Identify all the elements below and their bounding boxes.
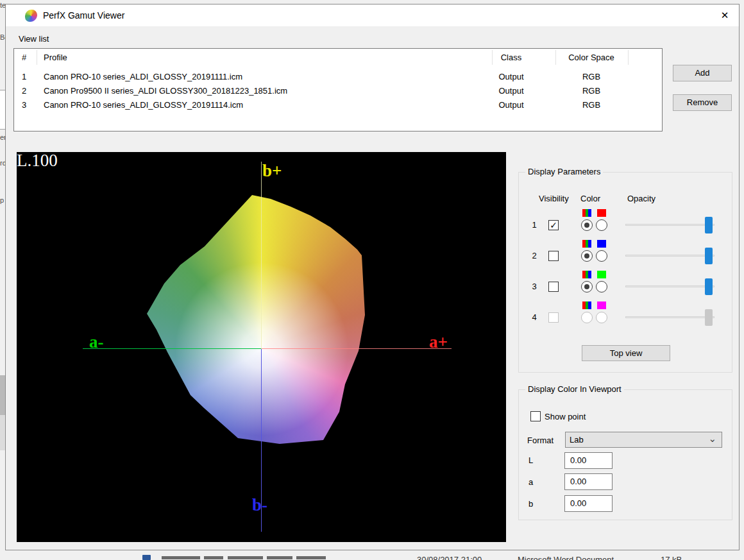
multicolor-swatch-4 xyxy=(582,301,591,309)
solid-color-swatch-1 xyxy=(597,209,606,217)
filename-fragment xyxy=(204,556,223,559)
multicolor-swatch-3 xyxy=(582,271,591,278)
a-minus-axis-label: a- xyxy=(89,334,104,351)
filename-fragment xyxy=(267,556,292,559)
filename-fragment xyxy=(162,556,200,559)
b-field-label: b xyxy=(528,499,533,509)
background-file-row-sliver: 30/08/2017 21:00 Microsoft Word Document… xyxy=(0,550,744,560)
profile-list[interactable]: # Profile Class Color Space 1 Canon PRO-… xyxy=(13,48,663,132)
bg-text-fragment: p xyxy=(0,196,4,204)
row-index: 1 xyxy=(530,220,539,230)
a-minus-axis-line xyxy=(83,348,262,349)
bg-text-fragment: rd xyxy=(0,159,5,167)
display-color-in-viewport-group: Display Color In Viewport Show point For… xyxy=(518,389,732,520)
opacity-slider-handle-2[interactable] xyxy=(705,248,713,264)
row-index: 2 xyxy=(530,251,539,260)
close-button[interactable]: ✕ xyxy=(714,7,736,24)
solid-color-radio-2[interactable] xyxy=(596,250,607,262)
top-view-button[interactable]: Top view xyxy=(582,345,670,361)
chevron-down-icon: ⌄ xyxy=(708,431,716,446)
l-field-label: L xyxy=(528,455,533,465)
bg-text-fragment: te xyxy=(0,1,5,9)
b-plus-axis-label: b+ xyxy=(262,162,282,180)
display-parameters-group: Display Parameters Visibility Color Opac… xyxy=(518,172,732,373)
show-point-checkbox[interactable] xyxy=(530,411,541,421)
a-plus-axis-line xyxy=(262,348,452,349)
multicolor-swatch-2 xyxy=(582,240,591,248)
opacity-slider-handle-3[interactable] xyxy=(705,278,713,295)
file-type: Microsoft Word Document xyxy=(518,555,614,560)
solid-color-radio-1[interactable] xyxy=(596,219,607,231)
column-header-class: Class xyxy=(479,49,543,66)
table-row[interactable]: 1 Canon PRO-10 series_ALDI_GLOSSY_201911… xyxy=(14,70,662,84)
bg-input-sliver xyxy=(0,90,5,130)
row-class: Output xyxy=(479,98,543,112)
group-title: Display Parameters xyxy=(525,167,603,176)
add-button[interactable]: Add xyxy=(673,65,732,81)
a-value-input[interactable]: 0.00 xyxy=(564,473,613,490)
a-plus-axis-label: a+ xyxy=(429,334,448,351)
gamut-3d-viewport[interactable]: b+ b- a- a+ L.100 xyxy=(17,152,506,542)
column-divider xyxy=(492,50,493,65)
a-field-label: a xyxy=(528,477,533,487)
multicolor-radio-2[interactable] xyxy=(581,250,593,262)
opacity-slider-1[interactable] xyxy=(625,224,714,226)
row-profile: Canon Pro9500 II series_ALDI GLOSSY300_2… xyxy=(44,84,287,98)
table-row[interactable]: 3 Canon PRO-10 series_ALDI_GLOSSY_201911… xyxy=(14,98,662,112)
row-number: 2 xyxy=(22,84,37,98)
solid-color-swatch-4 xyxy=(597,301,606,309)
column-header-number: # xyxy=(22,49,26,66)
solid-color-swatch-2 xyxy=(597,240,606,248)
row-color-space: RGB xyxy=(546,70,636,84)
opacity-slider-handle-4[interactable] xyxy=(705,309,713,326)
solid-color-radio-3[interactable] xyxy=(596,281,607,293)
l-value-input[interactable]: 0.00 xyxy=(564,452,613,469)
solid-color-radio-4[interactable] xyxy=(596,312,607,323)
visibility-column-header: Visibility xyxy=(539,194,569,203)
opacity-slider-2[interactable] xyxy=(625,255,714,257)
filename-fragment xyxy=(296,556,326,559)
remove-button[interactable]: Remove xyxy=(673,94,732,111)
b-plus-axis-line xyxy=(261,162,262,349)
perfx-gamut-viewer-window: PerfX Gamut Viewer ✕ View list # Profile… xyxy=(5,4,740,550)
row-number: 3 xyxy=(22,98,37,112)
background-window-left-sliver: te Be er rd p xyxy=(0,0,5,560)
opacity-slider-4[interactable] xyxy=(625,316,714,318)
format-label: Format xyxy=(527,436,554,445)
row-number: 1 xyxy=(22,70,37,84)
opacity-slider-3[interactable] xyxy=(625,285,714,287)
view-list-label: View list xyxy=(19,34,49,44)
color-column-header: Color xyxy=(580,194,600,203)
visibility-checkbox-4[interactable] xyxy=(548,312,559,323)
multicolor-radio-1[interactable] xyxy=(581,219,593,231)
window-title: PerfX Gamut Viewer xyxy=(43,4,124,26)
opacity-column-header: Opacity xyxy=(627,194,655,203)
row-profile: Canon PRO-10 series_ALDI_GLOSSY_20191111… xyxy=(44,70,242,84)
bg-scrollbar-sliver xyxy=(0,375,5,415)
solid-color-swatch-3 xyxy=(597,271,606,278)
multicolor-radio-3[interactable] xyxy=(581,281,593,293)
row-profile: Canon PRO-10 series_ALDI_GLOSSY_20191114… xyxy=(44,98,243,112)
b-value-input[interactable]: 0.00 xyxy=(564,495,613,512)
bg-text-fragment: er xyxy=(0,133,5,141)
visibility-checkbox-2[interactable] xyxy=(548,251,559,261)
row-color-space: RGB xyxy=(546,98,636,112)
visibility-checkbox-3[interactable] xyxy=(548,282,559,292)
format-value: Lab xyxy=(570,435,584,445)
column-divider xyxy=(555,50,556,65)
multicolor-radio-4[interactable] xyxy=(581,312,593,323)
bg-scrollbar-track-sliver xyxy=(0,415,5,450)
show-point-label: Show point xyxy=(545,412,586,421)
opacity-slider-handle-1[interactable] xyxy=(705,217,713,233)
format-dropdown[interactable]: Lab ⌄ xyxy=(565,432,722,448)
table-row[interactable]: 2 Canon Pro9500 II series_ALDI GLOSSY300… xyxy=(14,84,662,98)
row-color-space: RGB xyxy=(546,84,636,98)
row-index: 4 xyxy=(530,312,539,322)
bg-text-fragment: Be xyxy=(0,33,5,41)
column-header-color-space: Color Space xyxy=(546,49,636,66)
word-document-icon xyxy=(142,555,151,560)
title-bar: PerfX Gamut Viewer ✕ xyxy=(6,4,739,26)
row-class: Output xyxy=(479,70,543,84)
visibility-checkbox-1[interactable]: ✓ xyxy=(548,220,559,230)
file-size: 17 kB xyxy=(661,555,682,560)
